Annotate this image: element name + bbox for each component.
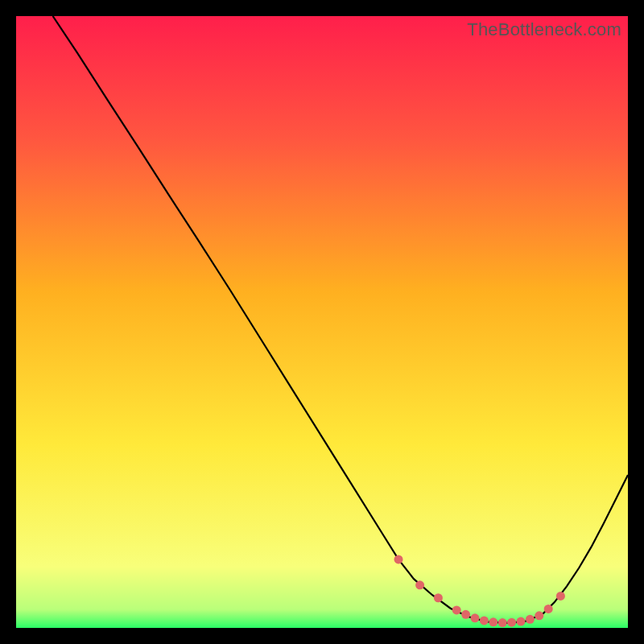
marker-dot <box>535 611 543 620</box>
marker-dot <box>498 618 507 627</box>
marker-dot <box>452 605 461 614</box>
marker-dot <box>394 555 403 564</box>
marker-dot <box>461 610 470 619</box>
marker-dot <box>544 605 553 613</box>
marker-dot <box>480 616 489 625</box>
marker-dot <box>556 592 565 601</box>
gradient-background <box>16 16 628 628</box>
marker-dot <box>507 618 516 627</box>
chart-frame: TheBottleneck.com <box>16 16 628 628</box>
marker-dot <box>434 593 443 602</box>
marker-dot <box>489 617 497 626</box>
watermark-text: TheBottleneck.com <box>467 19 621 40</box>
marker-dot <box>471 613 480 622</box>
marker-dot <box>526 615 535 624</box>
marker-dot <box>517 617 526 626</box>
marker-dot <box>415 580 424 589</box>
bottleneck-chart <box>16 16 628 628</box>
